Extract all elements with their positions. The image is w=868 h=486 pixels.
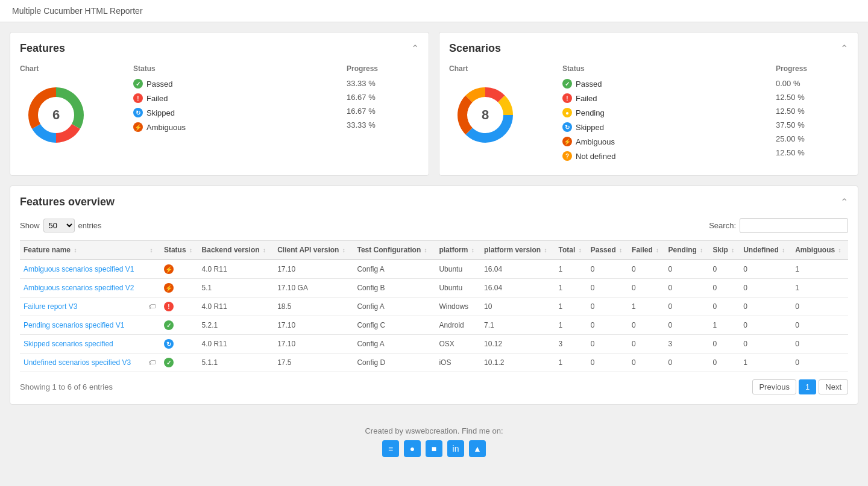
features-donut-label: 6 (52, 107, 60, 123)
th-client-api: Client API version ↕ (274, 241, 353, 260)
client-api-cell: 17.5 (274, 354, 353, 372)
npm-icon[interactable]: ■ (426, 440, 442, 457)
sort-icon-client-api[interactable]: ↕ (342, 247, 345, 254)
feature-link[interactable]: Undefined scenarios specified V3 (24, 358, 131, 367)
entries-select[interactable]: 50 10 25 100 (43, 219, 75, 232)
scenarios-panel-body: Chart 8 Status ✓Passed!Failed●Pending↻Sk… (449, 64, 848, 166)
status-label-pending: Pending (576, 108, 605, 117)
sort-icon-undefined[interactable]: ↕ (782, 247, 785, 254)
test-config-cell: Config A (353, 335, 435, 354)
scenarios-progress-header: Progress (776, 64, 848, 73)
next-page-button[interactable]: Next (819, 379, 848, 394)
sort-icon-pending[interactable]: ↕ (700, 247, 703, 254)
pagination: Previous 1 Next (752, 379, 848, 394)
search-box: Search: (709, 218, 848, 233)
row-status-icon: ⚡ (164, 283, 174, 293)
overview-title: Features overview (20, 196, 115, 208)
features-progress-col: Progress 33.33 %16.67 %16.67 %33.33 % (347, 64, 419, 151)
show-entries: Show 50 10 25 100 entries (20, 219, 102, 232)
status-row-failed: !Failed (562, 93, 771, 103)
features-chart-header: Chart (20, 64, 128, 73)
features-status-col: Status ✓Passed!Failed↻Skipped⚡Ambiguous (133, 64, 342, 151)
tag-icon: 🏷 (148, 358, 156, 367)
features-collapse-icon[interactable]: ⌃ (411, 43, 419, 54)
status-row-skipped: ↻Skipped (133, 108, 342, 117)
stackoverflow-icon[interactable]: ▲ (469, 440, 486, 457)
progress-value-ambiguous: 25.00 % (776, 134, 848, 143)
scenarios-panel: Scenarios ⌃ Chart 8 Status ✓Passed!Faile… (439, 32, 858, 176)
overview-collapse-icon[interactable]: ⌃ (840, 196, 848, 208)
tag-cell (145, 260, 160, 279)
sort-icon-platform-version[interactable]: ↕ (544, 247, 547, 254)
linkedin-icon[interactable]: in (447, 440, 464, 457)
sort-icon-backend[interactable]: ↕ (263, 247, 266, 254)
sort-icon-total[interactable]: ↕ (579, 247, 582, 254)
status-label-passed: Passed (146, 79, 172, 89)
undefined-cell: 0 (740, 316, 791, 335)
backend-cell: 4.0 R11 (198, 335, 274, 354)
status-label-failed: Failed (146, 94, 168, 103)
table-row: Pending scenarios specified V1 ✓ 5.2.1 1… (20, 316, 848, 335)
feature-link[interactable]: Failure report V3 (24, 302, 77, 311)
feature-link[interactable]: Pending scenarios specified V1 (24, 321, 124, 329)
prev-page-button[interactable]: Previous (752, 379, 796, 394)
sort-icon-platform[interactable]: ↕ (471, 247, 474, 254)
total-cell: 1 (555, 298, 587, 316)
passed-cell: 0 (587, 316, 628, 335)
feature-link[interactable]: Ambiguous scenarios specified V2 (24, 284, 134, 292)
page-1-button[interactable]: 1 (799, 379, 816, 394)
tag-cell (145, 316, 160, 335)
show-label: Show (20, 221, 40, 230)
scenarios-percents: 0.00 %12.50 %12.50 %37.50 %25.00 %12.50 … (776, 79, 848, 157)
sort-icon-tag[interactable]: ↕ (149, 247, 153, 254)
features-panel-body: Chart 6 Status ✓Passed!Failed↻Skipped⚡Am… (20, 64, 419, 151)
feature-name-cell: Failure report V3 (20, 298, 145, 316)
skip-cell: 0 (709, 335, 740, 354)
sort-icon-passed[interactable]: ↕ (619, 247, 622, 254)
status-row-passed: ✓Passed (133, 79, 342, 89)
table-body: Ambiguous scenarios specified V1 ⚡ 4.0 R… (20, 260, 848, 372)
status-row-skipped: ↻Skipped (562, 122, 771, 132)
sort-icon-test-config[interactable]: ↕ (424, 247, 427, 254)
sort-icon-status[interactable]: ↕ (189, 247, 192, 254)
sort-icon-ambiguous[interactable]: ↕ (838, 247, 841, 254)
github-icon[interactable]: ● (404, 440, 421, 457)
passed-cell: 0 (587, 298, 628, 316)
ambiguous-cell: 1 (791, 279, 848, 298)
scenarios-panel-header: Scenarios ⌃ (449, 42, 848, 55)
status-label-skipped: Skipped (146, 108, 175, 117)
platform-cell: Ubuntu (435, 279, 480, 298)
scenarios-statuses: ✓Passed!Failed●Pending↻Skipped⚡Ambiguous… (562, 79, 771, 161)
feature-link[interactable]: Ambiguous scenarios specified V1 (24, 265, 134, 273)
th-backend: Backend version ↕ (198, 241, 274, 260)
main-content: Features ⌃ Chart 6 Status ✓Passed!Failed… (0, 22, 868, 479)
donut-segment (56, 87, 84, 129)
status-label-ambiguous: Ambiguous (576, 137, 615, 146)
scenarios-status-header: Status (562, 64, 771, 73)
ambiguous-cell: 0 (791, 354, 848, 372)
passed-icon: ✓ (133, 79, 143, 89)
footer: Created by wswebcreation. Find me on: ≡ … (10, 414, 858, 469)
entries-label: entries (78, 221, 102, 230)
sort-icon-skip[interactable]: ↕ (731, 247, 734, 254)
sort-icon-feature[interactable]: ↕ (74, 247, 77, 254)
platform-cell: Android (435, 316, 480, 335)
feature-link[interactable]: Skipped scenarios specified (24, 340, 113, 348)
status-label-failed: Failed (576, 94, 597, 103)
failed-cell: 0 (628, 316, 665, 335)
platform-cell: Ubuntu (435, 260, 480, 279)
backend-cell: 4.0 R11 (198, 260, 274, 279)
sort-icon-failed[interactable]: ↕ (656, 247, 659, 254)
rss-icon[interactable]: ≡ (382, 440, 399, 457)
status-row-failed: !Failed (133, 93, 342, 103)
search-input[interactable] (740, 218, 848, 233)
test-config-cell: Config D (353, 354, 435, 372)
th-tag: ↕ (145, 241, 160, 260)
features-panel-title: Features (20, 42, 65, 55)
passed-cell: 0 (587, 354, 628, 372)
platform-version-cell: 10.1.2 (480, 354, 555, 372)
status-cell: ⚡ (160, 279, 198, 298)
scenarios-collapse-icon[interactable]: ⌃ (840, 43, 848, 54)
ambiguous-cell: 0 (791, 335, 848, 354)
th-passed: Passed ↕ (587, 241, 628, 260)
